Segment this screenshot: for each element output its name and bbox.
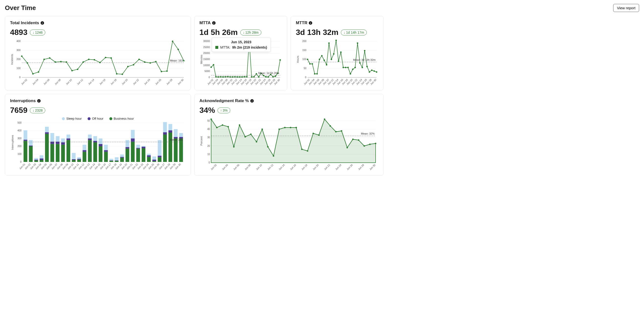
svg-point-46 — [127, 66, 129, 67]
svg-text:300: 300 — [16, 49, 20, 51]
svg-point-100 — [234, 76, 236, 78]
info-icon[interactable]: i — [309, 21, 312, 25]
card-interruptions: Interruptions i 7659 2328 Sleep hour Off… — [5, 94, 191, 176]
metric-value: 3d 13h 32m — [296, 28, 338, 37]
svg-point-178 — [376, 71, 377, 73]
svg-rect-275 — [168, 130, 172, 133]
svg-point-105 — [246, 76, 248, 78]
svg-rect-254 — [131, 139, 134, 142]
svg-text:Jun 22: Jun 22 — [132, 78, 140, 85]
svg-text:Jun 04: Jun 04 — [32, 78, 39, 85]
svg-point-51 — [155, 61, 156, 62]
info-icon[interactable]: i — [40, 21, 44, 25]
svg-rect-230 — [88, 139, 92, 140]
svg-rect-264 — [147, 154, 151, 155]
svg-rect-223 — [77, 159, 81, 162]
svg-rect-256 — [136, 149, 140, 162]
chart-interruptions[interactable]: 0100200300400500Mean: 255Jun 01Jun 02Jun… — [10, 121, 186, 173]
svg-rect-205 — [45, 134, 49, 162]
svg-text:Jun 02: Jun 02 — [210, 163, 217, 170]
svg-rect-204 — [40, 155, 43, 159]
legend-swatch-icon — [88, 117, 90, 120]
svg-text:50: 50 — [304, 67, 306, 70]
svg-point-112 — [263, 75, 264, 76]
svg-point-30 — [38, 71, 39, 73]
svg-point-104 — [244, 76, 245, 77]
info-icon[interactable]: i — [212, 21, 216, 25]
metric-value: 34% — [200, 106, 215, 115]
svg-text:Jun 18: Jun 18 — [110, 78, 117, 85]
svg-rect-220 — [72, 160, 76, 162]
card-title: Total Incidents — [10, 20, 39, 25]
svg-point-174 — [366, 66, 368, 67]
svg-point-349 — [233, 146, 235, 148]
svg-rect-224 — [77, 159, 81, 159]
svg-text:Jun 04: Jun 04 — [222, 163, 228, 170]
svg-point-42 — [105, 57, 106, 58]
chart-legend: Sleep hour Off hour Business hour — [10, 117, 186, 120]
svg-rect-200 — [34, 159, 38, 160]
svg-rect-202 — [40, 160, 43, 162]
card-title: Acknowledgment Rate % — [200, 98, 249, 103]
chart-total-incidents[interactable]: 0100200300400Jun 02Jun 04Jun 06Jun 08Jun… — [10, 39, 186, 88]
svg-text:10: 10 — [207, 153, 210, 156]
metric-value: 7659 — [10, 106, 28, 115]
card-title: MTTA — [200, 20, 211, 25]
svg-point-109 — [256, 73, 257, 74]
svg-point-119 — [280, 59, 281, 61]
svg-point-156 — [324, 60, 325, 61]
svg-text:30: 30 — [207, 136, 210, 139]
info-icon[interactable]: i — [250, 99, 254, 103]
svg-point-372 — [364, 145, 365, 147]
svg-rect-221 — [72, 159, 76, 160]
legend-label: Sleep hour — [66, 117, 82, 120]
svg-point-55 — [178, 49, 179, 50]
svg-rect-216 — [61, 139, 65, 142]
svg-text:25000: 25000 — [203, 46, 210, 49]
svg-rect-250 — [126, 149, 129, 162]
svg-rect-239 — [104, 150, 108, 152]
svg-rect-243 — [109, 159, 113, 160]
svg-text:20000: 20000 — [203, 52, 210, 54]
svg-point-151 — [312, 63, 313, 65]
svg-point-155 — [321, 55, 322, 56]
legend-swatch-icon — [109, 117, 112, 120]
delta-badge: 12h 28m — [240, 29, 261, 35]
svg-text:Jun 12: Jun 12 — [76, 78, 84, 85]
chart-mttr[interactable]: 050100150200Jun 02Jun 04Jun 06Jun 08Jun … — [296, 39, 378, 88]
svg-point-48 — [138, 59, 140, 60]
svg-text:Mean: 255: Mean: 255 — [170, 138, 183, 141]
svg-text:Jun 30: Jun 30 — [174, 163, 181, 170]
svg-rect-199 — [34, 160, 38, 162]
info-icon[interactable]: i — [37, 99, 40, 103]
svg-rect-258 — [136, 145, 140, 148]
delta-badge: 3% — [218, 108, 230, 113]
svg-rect-240 — [104, 145, 108, 150]
svg-point-347 — [222, 124, 223, 126]
svg-rect-282 — [179, 133, 183, 137]
svg-point-370 — [352, 139, 354, 140]
svg-point-175 — [369, 71, 370, 73]
svg-text:Jun 26: Jun 26 — [346, 163, 353, 170]
svg-text:15000: 15000 — [203, 58, 210, 61]
svg-rect-215 — [61, 142, 65, 145]
metric-value: 1d 5h 26m — [200, 28, 238, 37]
svg-point-108 — [253, 76, 255, 78]
svg-text:200: 200 — [16, 58, 20, 61]
tooltip-value: 9h 2m (219 incidents) — [232, 45, 267, 49]
svg-point-91 — [213, 64, 214, 65]
view-report-button[interactable]: View report — [613, 4, 639, 12]
svg-text:Mean: 3d 13h 32m: Mean: 3d 13h 32m — [353, 58, 376, 61]
svg-point-92 — [215, 76, 216, 78]
chart-mtta[interactable]: 050001000015000200002500030000Jun 02Jun … — [200, 39, 282, 88]
svg-rect-213 — [56, 136, 60, 142]
chart-ack-rate[interactable]: 01020304050Jun 02Jun 04Jun 06Jun 08Jun 1… — [200, 117, 378, 173]
svg-text:Jun 28: Jun 28 — [166, 78, 173, 85]
svg-point-363 — [312, 133, 314, 134]
svg-point-149 — [307, 59, 308, 60]
svg-point-157 — [326, 64, 328, 65]
svg-rect-229 — [88, 140, 92, 162]
svg-rect-222 — [72, 153, 76, 159]
svg-text:Incidents: Incidents — [10, 54, 14, 65]
svg-text:200: 200 — [302, 40, 306, 42]
